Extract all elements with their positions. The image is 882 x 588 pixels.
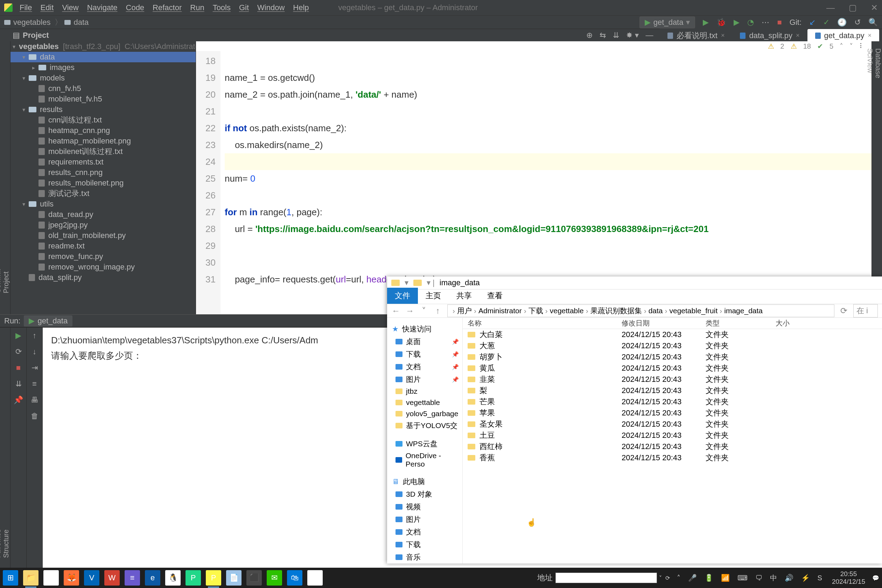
- taskbar-edge-icon[interactable]: e: [145, 570, 160, 585]
- menu-view[interactable]: View: [62, 3, 78, 12]
- path-segment[interactable]: image_data: [724, 307, 763, 315]
- this-pc[interactable]: 🖥此电脑: [387, 475, 462, 488]
- settings-icon[interactable]: ✸ ▾: [626, 31, 638, 40]
- tree-file[interactable]: old_train_mobilenet.py: [10, 230, 196, 241]
- tree-file[interactable]: heatmap_mobilenet.png: [10, 136, 196, 146]
- collapse-icon[interactable]: ⇊: [613, 31, 619, 40]
- scroll-icon[interactable]: ≡: [32, 380, 37, 388]
- folder-row[interactable]: 大葱2024/12/15 20:43文件夹: [463, 340, 882, 351]
- system-tray[interactable]: ˄🎤🔋📶⌨🗨中🔊⚡S: [677, 573, 822, 583]
- menu-run[interactable]: Run: [190, 3, 204, 12]
- editor-tab[interactable]: 必看说明.txt×: [660, 29, 732, 42]
- project-view-icon[interactable]: ▤: [13, 31, 20, 40]
- path-segment[interactable]: Administrator: [478, 307, 522, 315]
- taskbar-qq-icon[interactable]: 🐧: [165, 570, 181, 585]
- menu-window[interactable]: Window: [257, 3, 285, 12]
- taskbar-wechat-icon[interactable]: ✉: [267, 570, 282, 585]
- taskbar[interactable]: ⊞📁◐🦊VW≡e🐧PP📄⬛✉🛍T 地址 ˅ ⟳ ˄🎤🔋📶⌨🗨中🔊⚡S 20:55…: [0, 568, 882, 588]
- layout-icon[interactable]: ⇊: [15, 380, 22, 388]
- git-revert-icon[interactable]: ↺: [854, 18, 861, 27]
- search-input[interactable]: 在 i: [853, 304, 878, 318]
- git-update-icon[interactable]: ↙: [809, 18, 816, 27]
- close-tab-icon[interactable]: ×: [796, 32, 800, 39]
- taskbar-pycharm1-icon[interactable]: P: [186, 570, 201, 585]
- stop-icon[interactable]: ⟳: [15, 347, 22, 356]
- address-go-icon[interactable]: ⟳: [665, 575, 670, 581]
- quick-access[interactable]: ★快速访问: [387, 323, 462, 335]
- sidebar-item[interactable]: 下载: [387, 538, 462, 551]
- coverage-icon[interactable]: ▶: [734, 18, 740, 27]
- notifications-icon[interactable]: 💬: [872, 575, 879, 581]
- folder-row[interactable]: 梨2024/12/15 20:43文件夹: [463, 385, 882, 396]
- structure-tool-tab[interactable]: Structure: [2, 334, 10, 558]
- folder-row[interactable]: 黄瓜2024/12/15 20:43文件夹: [463, 363, 882, 374]
- sidebar-item[interactable]: 音乐: [387, 551, 462, 564]
- next-highlight-icon[interactable]: ˅: [849, 42, 853, 50]
- tray-icon[interactable]: ⌨: [738, 574, 748, 582]
- tray-icon[interactable]: S: [818, 574, 822, 582]
- clock[interactable]: 20:55 2024/12/15: [832, 570, 865, 585]
- database-tool-tab[interactable]: Database: [874, 48, 882, 293]
- taskbar-firefox-icon[interactable]: 🦊: [64, 570, 79, 585]
- sciview-tool-tab[interactable]: SciView: [866, 48, 874, 314]
- tree-file[interactable]: cnn_fv.h5: [10, 83, 196, 94]
- path-segment[interactable]: vegettable: [550, 307, 584, 315]
- taskbar-vscode-icon[interactable]: V: [84, 570, 99, 585]
- code-editor[interactable]: 1819202122232425262728293031 name_1 = os…: [196, 51, 872, 314]
- stop-icon[interactable]: ■: [777, 18, 782, 27]
- taskbar-pycharm2-icon[interactable]: P: [206, 570, 221, 585]
- sidebar-item[interactable]: 文档📌: [387, 360, 462, 373]
- profile-icon[interactable]: ◔: [747, 18, 754, 27]
- taskbar-wps-icon[interactable]: W: [104, 570, 120, 585]
- menu-tools[interactable]: Tools: [213, 3, 231, 12]
- debug-icon[interactable]: 🐞: [717, 18, 726, 27]
- folder-row[interactable]: 大白菜2024/12/15 20:43文件夹: [463, 329, 882, 340]
- tree-file[interactable]: 测试记录.txt: [10, 188, 196, 199]
- taskbar-notepad-icon[interactable]: 📄: [226, 570, 242, 585]
- tray-icon[interactable]: ˄: [677, 574, 680, 582]
- address-input[interactable]: [555, 573, 657, 583]
- folder-row[interactable]: 韭菜2024/12/15 20:43文件夹: [463, 374, 882, 385]
- down-icon[interactable]: ↓: [33, 347, 36, 356]
- taskbar-text-icon[interactable]: T: [307, 570, 323, 585]
- tree-file[interactable]: mobilenet_fv.h5: [10, 94, 196, 104]
- tree-file[interactable]: data_split.py: [10, 272, 196, 283]
- sidebar-item[interactable]: 视频: [387, 501, 462, 513]
- folder-row[interactable]: 香蕉2024/12/15 20:43文件夹: [463, 452, 882, 464]
- run-icon[interactable]: ▶: [703, 18, 709, 27]
- pin-icon[interactable]: 📌: [14, 396, 23, 405]
- explorer-sidebar[interactable]: ★快速访问 桌面📌下载📌文档📌图片📌jtbzvegettableyolov5_g…: [387, 318, 463, 564]
- taskbar-app1-icon[interactable]: ≡: [124, 570, 140, 585]
- sidebar-item[interactable]: jtbz: [387, 386, 462, 397]
- taskbar-chrome-icon[interactable]: ◐: [44, 570, 59, 585]
- menu-navigate[interactable]: Navigate: [87, 3, 118, 12]
- wrap-icon[interactable]: ⇥: [32, 363, 38, 372]
- breadcrumb[interactable]: data: [64, 18, 88, 27]
- editor-tab[interactable]: get_data.py×: [807, 29, 879, 42]
- print-icon[interactable]: 🖶: [31, 396, 39, 405]
- folder-row[interactable]: 土豆2024/12/15 20:43文件夹: [463, 430, 882, 441]
- expand-icon[interactable]: ⇆: [600, 31, 606, 40]
- menu-refactor[interactable]: Refactor: [153, 3, 182, 12]
- git-history-icon[interactable]: 🕘: [837, 18, 847, 27]
- sidebar-item[interactable]: OneDrive - Perso: [387, 450, 462, 470]
- sidebar-item[interactable]: WPS云盘: [387, 438, 462, 450]
- menu-edit[interactable]: Edit: [40, 3, 54, 12]
- git-commit-icon[interactable]: ✓: [823, 18, 830, 27]
- tray-icon[interactable]: 🎤: [688, 574, 697, 582]
- tree-folder[interactable]: ▾models: [10, 73, 196, 83]
- sidebar-item[interactable]: 图片: [387, 513, 462, 526]
- tray-icon[interactable]: 🗨: [755, 574, 762, 582]
- taskbar-explorer-icon[interactable]: 📁: [23, 570, 39, 585]
- folder-row[interactable]: 苹果2024/12/15 20:43文件夹: [463, 407, 882, 418]
- sidebar-item[interactable]: 图片📌: [387, 373, 462, 386]
- select-opened-icon[interactable]: ⊕: [586, 31, 592, 40]
- folder-row[interactable]: 芒果2024/12/15 20:43文件夹: [463, 396, 882, 407]
- sidebar-item[interactable]: 文档: [387, 526, 462, 538]
- address-bar[interactable]: ›用户›Administrator›下载›vegettable›果蔬识别数据集›…: [447, 304, 834, 317]
- address-dropdown-icon[interactable]: ˅: [659, 575, 662, 581]
- recent-icon[interactable]: ˅: [419, 306, 428, 316]
- sidebar-item[interactable]: 桌面📌: [387, 335, 462, 348]
- inspection-menu-icon[interactable]: ⠇: [859, 42, 864, 50]
- sidebar-item[interactable]: yolov5_garbage: [387, 408, 462, 419]
